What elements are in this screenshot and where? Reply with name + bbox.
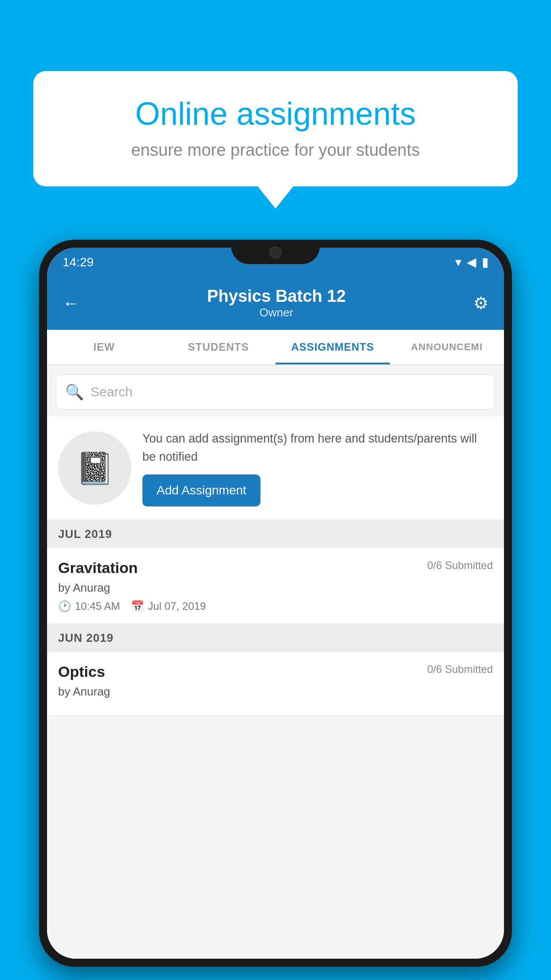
screen-content: 🔍 Search 📓 You can add assignment(s) fro… (47, 365, 504, 959)
search-bar[interactable]: 🔍 Search (56, 374, 495, 410)
app-bar-center: Physics Batch 12 Owner (207, 287, 346, 320)
app-bar: ← Physics Batch 12 Owner ⚙ (47, 277, 504, 330)
tab-students[interactable]: STUDENTS (161, 330, 276, 364)
back-button[interactable]: ← (63, 294, 79, 313)
promo-block: 📓 You can add assignment(s) from here an… (47, 416, 504, 520)
notebook-icon: 📓 (75, 450, 114, 486)
tab-announcements[interactable]: ANNOUNCEMI (390, 330, 504, 364)
phone-notch (231, 240, 320, 264)
assignment-name: Optics (58, 663, 105, 680)
search-input[interactable]: Search (91, 384, 133, 399)
status-time: 14:29 (63, 255, 94, 269)
list-item[interactable]: Optics 0/6 Submitted by Anurag (47, 652, 504, 715)
section-header-jun: JUN 2019 (47, 624, 504, 652)
assignment-date: 📅 Jul 07, 2019 (131, 600, 206, 612)
signal-icon: ◀ (467, 255, 476, 269)
speech-bubble: Online assignments ensure more practice … (33, 71, 518, 186)
promo-content: You can add assignment(s) from here and … (142, 430, 493, 506)
section-header-jul: JUL 2019 (47, 520, 504, 548)
search-icon: 🔍 (65, 383, 84, 401)
tabs-bar: IEW STUDENTS ASSIGNMENTS ANNOUNCEMI (47, 330, 504, 365)
app-bar-title: Physics Batch 12 (207, 287, 346, 306)
assignment-time: 🕐 10:45 AM (58, 600, 120, 612)
assignment-top: Optics 0/6 Submitted (58, 663, 493, 680)
bubble-subtitle: ensure more practice for your students (60, 141, 491, 160)
tab-review[interactable]: IEW (47, 330, 161, 364)
settings-button[interactable]: ⚙ (473, 293, 488, 313)
phone-frame: 14:29 ▾ ◀ ▮ ← Physics Batch 12 Owner ⚙ I… (39, 240, 512, 967)
promo-icon: 📓 (58, 431, 131, 505)
promo-description: You can add assignment(s) from here and … (142, 430, 493, 466)
assignment-submitted: 0/6 Submitted (427, 559, 493, 572)
list-item[interactable]: Gravitation 0/6 Submitted by Anurag 🕐 10… (47, 548, 504, 624)
bubble-title: Online assignments (60, 95, 491, 132)
status-icons: ▾ ◀ ▮ (455, 255, 488, 269)
assignment-submitted: 0/6 Submitted (427, 663, 493, 676)
assignment-by: by Anurag (58, 685, 493, 699)
assignment-meta: 🕐 10:45 AM 📅 Jul 07, 2019 (58, 600, 493, 612)
assignment-name: Gravitation (58, 559, 138, 577)
wifi-icon: ▾ (455, 255, 461, 269)
tab-assignments[interactable]: ASSIGNMENTS (276, 330, 390, 364)
clock-icon: 🕐 (58, 600, 71, 612)
assignment-by: by Anurag (58, 581, 493, 595)
app-bar-subtitle: Owner (207, 306, 346, 320)
phone-camera (269, 246, 282, 259)
battery-icon: ▮ (482, 255, 488, 269)
phone-screen: 14:29 ▾ ◀ ▮ ← Physics Batch 12 Owner ⚙ I… (47, 248, 504, 959)
add-assignment-button[interactable]: Add Assignment (142, 474, 260, 506)
calendar-icon: 📅 (131, 600, 144, 612)
assignment-top: Gravitation 0/6 Submitted (58, 559, 493, 577)
